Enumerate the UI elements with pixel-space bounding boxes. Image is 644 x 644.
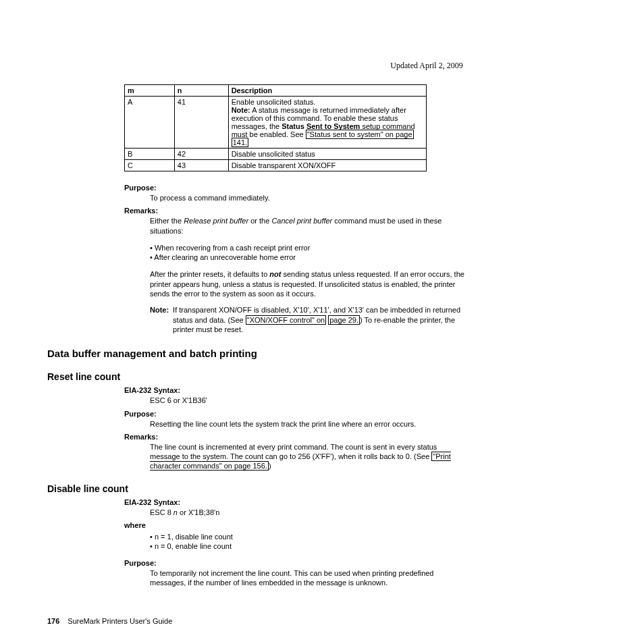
cell-m: A [125, 97, 175, 149]
desc-line1: Enable unsolicited status. [232, 98, 316, 106]
page-footer: 176SureMark Printers User's Guide [47, 617, 172, 625]
table-row: A 41 Enable unsolicited status. Note: A … [125, 97, 427, 149]
table-head-row: m n Description [125, 85, 427, 97]
update-date: Updated April 2, 2009 [290, 61, 563, 71]
footer-title: SureMark Printers User's Guide [68, 617, 172, 625]
cell-desc: Enable unsolicited status. Note: A statu… [228, 97, 426, 149]
link-xonxoff[interactable]: "XON/XOFF control" on [246, 315, 326, 325]
purpose-label: Purpose: [124, 410, 563, 418]
page-number: 176 [47, 617, 59, 625]
purpose-label: Purpose: [124, 184, 563, 192]
list-item: n = 0, enable line count [150, 541, 468, 551]
cell-desc: Disable transparent XON/XOFF [228, 160, 426, 171]
syntax-label: EIA-232 Syntax: [124, 498, 563, 506]
cell-m: B [125, 149, 175, 160]
where-bullets: n = 1, disable line count n = 0, enable … [150, 532, 468, 552]
purpose-text: To temporarily not increment the line co… [150, 568, 468, 588]
list-item: n = 1, disable line count [150, 532, 468, 541]
purpose-text: Resetting the line count lets the system… [150, 419, 468, 429]
heading-reset-line-count: Reset line count [47, 371, 563, 382]
cell-m: C [125, 160, 175, 171]
remarks-note: Note: If transparent XON/OFF is disabled… [150, 305, 468, 334]
release-buffer-cmd: Release print buffer [184, 217, 248, 225]
syntax-label: EIA-232 Syntax: [124, 386, 563, 394]
remarks-bullets: When recovering from a cash receipt prin… [150, 243, 468, 263]
link-status-sent[interactable]: "Status sent to system" on page [306, 130, 414, 139]
not-emph: not [269, 270, 281, 278]
link-status-sent-page[interactable]: 141. [232, 138, 248, 147]
th-desc: Description [228, 85, 426, 97]
remarks-label: Remarks: [124, 207, 563, 215]
syntax-text: ESC 6 or X'1B36' [150, 396, 563, 405]
table-row: C 43 Disable transparent XON/XOFF [125, 160, 427, 171]
status-table: m n Description A 41 Enable unsolicited … [124, 84, 427, 171]
heading-disable-line-count: Disable line count [47, 483, 563, 494]
list-item: After clearing an unrecoverable home err… [150, 252, 468, 262]
note-text: If transparent XON/OFF is disabled, X'10… [173, 305, 468, 334]
remarks-intro: Either the Release print buffer or the C… [150, 216, 468, 236]
remarks-para: After the printer resets, it defaults to… [150, 269, 468, 298]
where-label: where [124, 521, 563, 529]
cell-n: 42 [174, 149, 228, 160]
table-row: B 42 Disable unsolicited status [125, 149, 427, 160]
note-label: Note: [150, 305, 173, 334]
purpose-text: To process a command immediately. [150, 193, 468, 203]
note-label: Note: [232, 106, 250, 114]
remarks-label: Remarks: [124, 433, 563, 441]
document-page: Updated April 2, 2009 m n Description A … [0, 0, 644, 614]
cell-n: 41 [174, 97, 228, 149]
th-m: m [125, 85, 175, 97]
link-xonxoff-page[interactable]: page 29. [328, 315, 360, 325]
cell-n: 43 [174, 160, 228, 171]
heading-data-buffer: Data buffer management and batch printin… [47, 348, 563, 359]
remarks-text: The line count is incremented at every p… [150, 442, 468, 471]
th-n: n [174, 85, 228, 97]
purpose-label: Purpose: [124, 559, 563, 567]
cell-desc: Disable unsolicited status [228, 149, 426, 160]
list-item: When recovering from a cash receipt prin… [150, 243, 468, 252]
cancel-buffer-cmd: Cancel print buffer [271, 217, 332, 225]
syntax-text: ESC 8 n or X'1B;38'n [150, 508, 563, 517]
